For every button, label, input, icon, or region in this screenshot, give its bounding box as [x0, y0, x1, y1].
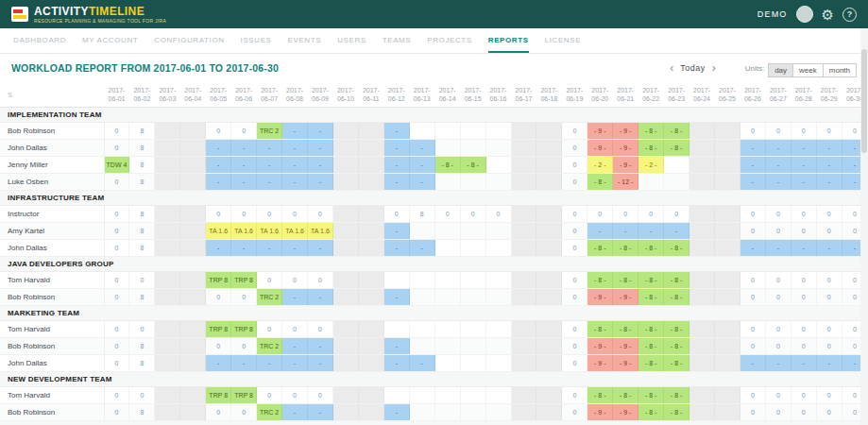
workload-cell[interactable]: 8 — [129, 289, 155, 306]
workload-cell[interactable]: - — [257, 174, 282, 191]
workload-cell[interactable] — [689, 321, 715, 338]
workload-cell[interactable] — [689, 404, 715, 421]
workload-cell[interactable]: - 8 - — [664, 123, 689, 140]
workload-cell[interactable] — [536, 240, 562, 257]
workload-cell[interactable] — [689, 206, 715, 223]
workload-cell[interactable] — [511, 140, 536, 157]
workload-cell[interactable]: 0 — [562, 174, 587, 191]
workload-cell[interactable]: - 9 - — [613, 157, 638, 174]
workload-cell[interactable]: 0 — [816, 289, 842, 306]
workload-cell[interactable] — [409, 338, 434, 355]
workload-cell[interactable] — [511, 387, 536, 404]
workload-cell[interactable] — [485, 123, 511, 140]
workload-cell[interactable]: - — [765, 157, 791, 174]
workload-cell[interactable]: 0 — [206, 404, 231, 421]
workload-cell[interactable] — [689, 355, 715, 372]
workload-cell[interactable] — [180, 321, 206, 338]
workload-cell[interactable]: 0 — [308, 321, 333, 338]
workload-cell[interactable] — [511, 321, 536, 338]
workload-cell[interactable]: 0 — [740, 338, 765, 355]
workload-cell[interactable] — [460, 140, 485, 157]
workload-cell[interactable] — [155, 223, 180, 240]
member-name[interactable]: Amy Kartel — [0, 223, 104, 240]
workload-cell[interactable]: - — [308, 174, 333, 191]
workload-cell[interactable] — [536, 140, 562, 157]
workload-cell[interactable] — [689, 140, 715, 157]
workload-cell[interactable] — [485, 338, 511, 355]
workload-cell[interactable]: 0 — [740, 272, 765, 289]
workload-cell[interactable] — [434, 240, 460, 257]
workload-cell[interactable] — [155, 387, 180, 404]
nav-item-users[interactable]: USERS — [337, 28, 366, 53]
workload-cell[interactable] — [511, 206, 536, 223]
workload-cell[interactable] — [358, 140, 383, 157]
workload-cell[interactable]: 0 — [765, 321, 791, 338]
workload-cell[interactable]: - — [664, 223, 689, 240]
workload-cell[interactable]: TA 1.6 — [308, 223, 333, 240]
workload-cell[interactable]: 0 — [613, 206, 638, 223]
workload-cell[interactable] — [409, 223, 434, 240]
workload-cell[interactable]: 0 — [231, 404, 257, 421]
workload-cell[interactable] — [689, 387, 715, 404]
workload-cell[interactable] — [485, 404, 511, 421]
workload-cell[interactable]: 0 — [104, 123, 129, 140]
workload-cell[interactable]: 0 — [765, 289, 791, 306]
workload-cell[interactable]: - — [282, 355, 308, 372]
workload-cell[interactable] — [485, 272, 511, 289]
workload-cell[interactable] — [485, 321, 511, 338]
workload-cell[interactable] — [155, 404, 180, 421]
workload-cell[interactable]: - 9 - — [587, 355, 613, 372]
workload-cell[interactable]: - — [791, 355, 816, 372]
workload-cell[interactable]: - — [231, 157, 257, 174]
workload-cell[interactable]: 0 — [104, 355, 129, 372]
workload-cell[interactable] — [715, 174, 740, 191]
workload-cell[interactable] — [409, 289, 434, 306]
workload-cell[interactable]: 0 — [104, 140, 129, 157]
workload-cell[interactable] — [358, 223, 383, 240]
workload-cell[interactable]: - — [231, 174, 257, 191]
workload-cell[interactable]: 0 — [129, 387, 155, 404]
member-name[interactable]: John Dallas — [0, 240, 104, 257]
team-header[interactable]: NEW DEVELOPMENT TEAM — [0, 372, 868, 387]
workload-cell[interactable]: - — [308, 289, 333, 306]
workload-cell[interactable]: TA 1.6 — [206, 223, 231, 240]
workload-cell[interactable]: 8 — [129, 223, 155, 240]
workload-cell[interactable]: TRC 2 — [257, 338, 282, 355]
workload-cell[interactable]: 0 — [104, 338, 129, 355]
workload-cell[interactable] — [383, 387, 409, 404]
workload-cell[interactable]: - 9 - — [613, 289, 638, 306]
workload-cell[interactable] — [511, 240, 536, 257]
nav-item-reports[interactable]: REPORTS — [488, 28, 529, 53]
workload-cell[interactable] — [536, 223, 562, 240]
member-name[interactable]: Tom Harvald — [0, 321, 104, 338]
workload-cell[interactable]: - — [282, 338, 308, 355]
member-name[interactable]: Bob Robinson — [0, 404, 104, 421]
workload-cell[interactable] — [715, 355, 740, 372]
unit-button-week[interactable]: week — [792, 63, 824, 77]
member-name[interactable]: Bob Robinson — [0, 338, 104, 355]
workload-cell[interactable] — [180, 206, 206, 223]
workload-cell[interactable] — [715, 140, 740, 157]
workload-cell[interactable]: 0 — [308, 272, 333, 289]
unit-button-month[interactable]: month — [823, 63, 857, 77]
workload-cell[interactable]: TA 1.6 — [231, 223, 257, 240]
workload-cell[interactable]: 8 — [129, 338, 155, 355]
workload-cell[interactable]: - — [409, 140, 434, 157]
workload-cell[interactable]: 0 — [104, 387, 129, 404]
workload-cell[interactable]: - — [587, 223, 613, 240]
workload-cell[interactable]: - — [257, 140, 282, 157]
workload-cell[interactable] — [358, 404, 383, 421]
workload-cell[interactable]: TA 1.6 — [257, 223, 282, 240]
workload-cell[interactable] — [358, 321, 383, 338]
workload-cell[interactable]: 0 — [765, 404, 791, 421]
workload-cell[interactable]: 0 — [765, 272, 791, 289]
workload-cell[interactable] — [332, 272, 358, 289]
workload-cell[interactable]: - — [257, 157, 282, 174]
workload-cell[interactable]: 0 — [206, 206, 231, 223]
vertical-scrollbar[interactable] — [860, 28, 868, 425]
workload-cell[interactable] — [434, 338, 460, 355]
workload-cell[interactable] — [155, 355, 180, 372]
workload-cell[interactable]: 0 — [104, 240, 129, 257]
workload-cell[interactable]: - — [765, 174, 791, 191]
workload-cell[interactable]: 0 — [562, 321, 587, 338]
